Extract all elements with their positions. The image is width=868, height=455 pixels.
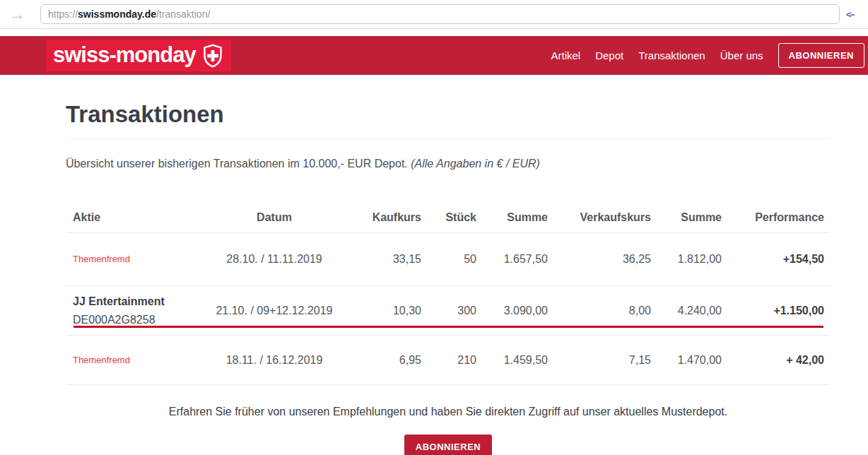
- cell-performance: + 42,00: [722, 354, 831, 367]
- cell-stueck: 210: [421, 354, 476, 367]
- swiss-shield-icon: [202, 44, 223, 68]
- cell-aktie-name: Themenfremd: [73, 250, 211, 268]
- cta-text: Erfahren Sie früher von unseren Empfehlu…: [66, 406, 831, 418]
- col-header-summe-kauf: Summe: [476, 211, 548, 224]
- cell-aktie: JJ Entertainment DE000A2G8258: [66, 292, 211, 329]
- broken-image-icon: <--: [846, 9, 853, 20]
- cta-wrap: ABONNIEREN: [66, 435, 831, 455]
- address-bar[interactable]: https://swissmonday.de/transaktion/: [40, 4, 840, 24]
- cell-verkaufskurs: 7,15: [548, 354, 651, 367]
- cell-performance: +1.150,00: [722, 305, 831, 317]
- nav-item-artikel[interactable]: Artikel: [551, 49, 581, 61]
- title-divider: [66, 138, 831, 139]
- logo-text: swiss-monday: [53, 44, 196, 68]
- url-path: /transaktion/: [156, 8, 210, 20]
- nav-item-depot[interactable]: Depot: [595, 49, 623, 61]
- cell-aktie: Themenfremd: [66, 351, 211, 370]
- col-header-aktie: Aktie: [66, 211, 211, 224]
- cell-datum: 21.10. / 09+12.12.2019: [211, 305, 338, 317]
- col-header-datum: Datum: [211, 211, 338, 224]
- cell-kaufkurs: 33,15: [338, 253, 421, 266]
- cell-summe-kauf: 3.090,00: [476, 305, 548, 317]
- site-header: swiss-monday Artikel Depot Transaktionen…: [0, 36, 868, 75]
- main-nav: Artikel Depot Transaktionen Über uns ABO…: [551, 43, 865, 68]
- cell-stueck: 300: [421, 305, 476, 317]
- cell-performance: +154,50: [722, 253, 831, 266]
- forward-arrow-icon[interactable]: →: [6, 6, 32, 23]
- intro-note: (Alle Angaben in € / EUR): [411, 158, 540, 170]
- cell-aktie-name: Themenfremd: [73, 351, 211, 370]
- col-header-stueck: Stück: [421, 211, 476, 224]
- page-title: Transaktionen: [66, 100, 831, 129]
- cell-summe-verkauf: 1.812,00: [651, 253, 722, 266]
- cell-stueck: 50: [421, 253, 476, 266]
- col-header-verkaufskurs: Verkaufskurs: [548, 211, 651, 224]
- url-domain: swissmonday.de: [78, 8, 156, 20]
- cell-verkaufskurs: 36,25: [548, 253, 651, 266]
- page-content: Transaktionen Übersicht unserer bisherig…: [66, 100, 831, 455]
- cell-summe-kauf: 1.459,50: [476, 354, 548, 367]
- intro-text: Übersicht unserer bisherigen Transaktion…: [66, 158, 831, 170]
- col-header-summe-verkauf: Summe: [651, 211, 722, 224]
- subscribe-button[interactable]: ABONNIEREN: [404, 435, 492, 455]
- cell-kaufkurs: 10,30: [338, 305, 421, 317]
- header-subscribe-button[interactable]: ABONNIEREN: [778, 43, 864, 68]
- logo[interactable]: swiss-monday: [46, 40, 231, 71]
- cell-datum: 28.10. / 11.11.2019: [211, 253, 338, 266]
- cell-verkaufskurs: 8,00: [548, 305, 651, 317]
- col-header-kaufkurs: Kaufkurs: [338, 211, 421, 224]
- nav-item-ueber-uns[interactable]: Über uns: [720, 49, 763, 61]
- table-row: JJ Entertainment DE000A2G8258 21.10. / 0…: [66, 286, 831, 336]
- cell-aktie-isin: DE000A2G8258: [73, 311, 211, 329]
- cell-datum: 18.11. / 16.12.2019: [211, 354, 338, 367]
- browser-chrome: → https://swissmonday.de/transaktion/ <-…: [0, 0, 868, 29]
- table-row: Themenfremd 18.11. / 16.12.2019 6,95 210…: [66, 336, 831, 385]
- url-scheme: https://: [48, 8, 78, 20]
- cell-kaufkurs: 6,95: [338, 354, 421, 367]
- cell-summe-kauf: 1.657,50: [476, 253, 548, 266]
- transactions-table: Aktie Datum Kaufkurs Stück Summe Verkauf…: [66, 202, 831, 385]
- col-header-performance: Performance: [722, 211, 831, 224]
- nav-item-transaktionen[interactable]: Transaktionen: [638, 49, 705, 61]
- cell-summe-verkauf: 1.470,00: [651, 354, 722, 367]
- cell-aktie-name: JJ Entertainment: [73, 292, 211, 311]
- cell-summe-verkauf: 4.240,00: [651, 305, 722, 317]
- table-row: Themenfremd 28.10. / 11.11.2019 33,15 50…: [66, 233, 831, 286]
- cell-aktie: Themenfremd: [66, 250, 211, 268]
- table-header-row: Aktie Datum Kaufkurs Stück Summe Verkauf…: [66, 202, 831, 233]
- table-body: Themenfremd 28.10. / 11.11.2019 33,15 50…: [66, 233, 831, 385]
